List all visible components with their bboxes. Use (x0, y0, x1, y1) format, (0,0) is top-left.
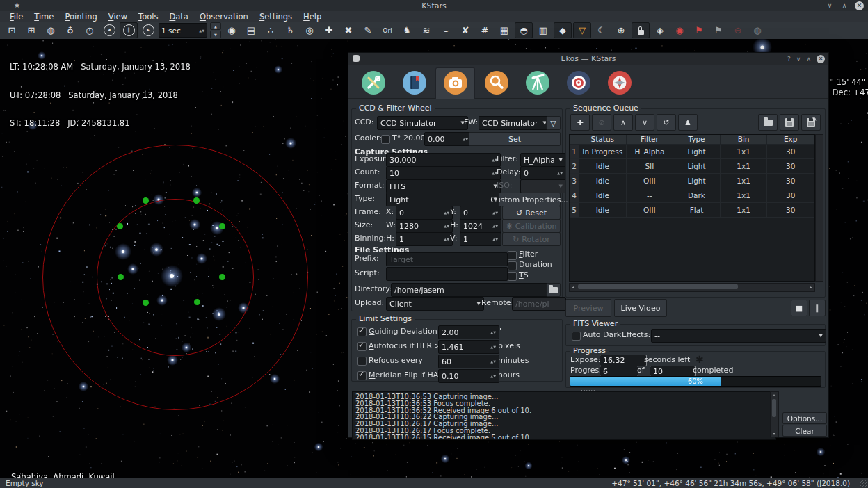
limit-spinbox-0[interactable]: 2.00▲▼ (438, 325, 499, 339)
sky-marker-dot[interactable] (193, 197, 200, 204)
sequence-job-row-4[interactable]: 4Idle--Dark1x130 (570, 188, 814, 203)
header-bin[interactable]: Bin (721, 135, 768, 145)
spin-arrows-icon[interactable]: ▲▼ (492, 238, 498, 241)
red-flag-icon[interactable]: ⚑ (690, 22, 708, 38)
show-solar-system-icon[interactable]: ♄ (281, 22, 299, 38)
show-equatorial-grid-icon[interactable]: # (476, 22, 494, 38)
moon-phase-icon[interactable]: ☾ (593, 22, 611, 38)
ekos-tab-align[interactable] (600, 67, 639, 99)
count-spinbox[interactable]: 10▲▼ (386, 166, 501, 180)
clear-button[interactable]: Clear (782, 425, 827, 437)
sequence-job-row-5[interactable]: 5IdleOIIIFlat1x130 (570, 203, 814, 218)
hscroll-thumb[interactable] (578, 284, 738, 289)
show-info-boxes-icon[interactable]: ▥ (534, 22, 552, 38)
limit-spinbox-2[interactable]: 60▲▼ (438, 355, 499, 368)
limit-checkbox-3[interactable] (357, 371, 367, 380)
effects-combo[interactable]: --▼ (651, 329, 826, 343)
add-job-button[interactable]: ✚ (570, 114, 590, 131)
limit-checkbox-1[interactable] (357, 342, 367, 351)
show-horizontal-grid-icon[interactable]: ▦ (495, 22, 513, 38)
observer-button[interactable]: ♟ (678, 114, 698, 131)
focus-object-icon[interactable]: ◉ (223, 22, 241, 38)
show-milky-way-icon[interactable]: ≋ (417, 22, 435, 38)
show-constellation-lines-icon[interactable]: ✎ (359, 22, 377, 38)
pause-simulation-icon[interactable]: ∥ (120, 22, 138, 38)
exposure-spinbox[interactable]: 30.000▲▼ (386, 153, 501, 167)
prefix-filter-checkbox[interactable] (508, 251, 517, 260)
cooler-checkbox[interactable] (381, 135, 390, 144)
ekos-tab-setup[interactable] (353, 67, 393, 99)
spin-arrows-icon[interactable]: ▲▼ (557, 172, 563, 174)
limit-spinbox-1[interactable]: 1.461▲▼ (438, 340, 499, 354)
target-temperature-spinbox[interactable]: 0.00▲▼ (424, 132, 472, 146)
pause-sequence-button[interactable]: ∥ (809, 300, 826, 316)
filter-combo[interactable]: H_Alpha▼ (520, 153, 566, 167)
ekos-tab-focus[interactable] (476, 67, 516, 99)
ekos-maximize-button[interactable]: ∧ (806, 56, 811, 63)
scroll-down-icon[interactable]: ▾ (771, 431, 778, 437)
prefix-ts-checkbox[interactable] (508, 272, 517, 281)
reset-frame-button[interactable]: ↺Reset (502, 206, 561, 220)
live-video-button[interactable]: Live Video (614, 299, 667, 317)
scroll-up-icon[interactable]: ▴ (771, 392, 778, 398)
sequence-hscrollbar[interactable]: ◂ ▸ (569, 283, 815, 292)
maximize-button[interactable]: ∧ (840, 2, 849, 9)
bin-h-spinbox[interactable]: 1▲▼ (396, 232, 453, 246)
size-w-spinbox[interactable]: 1280▲▼ (396, 219, 453, 233)
sequence-table[interactable]: StatusFilterTypeBinExp1In ProgressH_Alph… (569, 134, 815, 282)
menu-time[interactable]: Time (29, 12, 59, 22)
header-type[interactable]: Type (673, 135, 721, 145)
type-combo[interactable]: Light▼ (386, 193, 501, 206)
time-step-backward-icon[interactable]: ◂ (100, 22, 118, 38)
save-sequence-button[interactable] (780, 114, 799, 131)
gray-flag-icon[interactable]: ⚑ (709, 22, 728, 38)
sky-marker-dot[interactable] (194, 299, 200, 305)
show-horizon-icon[interactable]: ⌣ (437, 22, 455, 38)
ekos-tab-guide[interactable] (558, 67, 598, 99)
directory-input[interactable]: /home/jasem (391, 283, 549, 297)
size-h-spinbox[interactable]: 1024▲▼ (460, 219, 501, 233)
crosshair-icon[interactable]: ⊕ (612, 22, 630, 38)
spin-arrows-icon[interactable]: ▲▼ (199, 29, 204, 32)
open-sequence-button[interactable] (758, 114, 778, 131)
zoom-region-icon[interactable]: ⊞ (22, 22, 40, 38)
show-supernovae-icon[interactable]: ✚ (320, 22, 338, 38)
dslr-record-icon[interactable]: ◉ (670, 22, 689, 38)
spin-arrows-icon[interactable]: ▲▼ (444, 238, 449, 241)
menu-tools[interactable]: Tools (133, 12, 163, 22)
sequence-job-row-2[interactable]: 2IdleSIILight1x130 (570, 159, 814, 174)
spin-arrows-icon[interactable]: ▲▼ (492, 211, 498, 214)
set-time-icon[interactable]: ◷ (81, 22, 99, 38)
menu-pointing[interactable]: Pointing (59, 12, 102, 22)
filter-wheel-combo[interactable]: CCD Simulator▼ (479, 116, 550, 130)
menu-help[interactable]: Help (298, 12, 327, 22)
prefix-duration-checkbox[interactable] (508, 261, 517, 270)
ekos-minimize-button[interactable]: ∨ (796, 56, 801, 63)
log-vscrollbar[interactable]: ▴ ▾ (770, 391, 779, 437)
show-flags-icon[interactable]: ✘ (456, 22, 474, 38)
move-job-down-button[interactable]: ∨ (635, 114, 654, 131)
menu-file[interactable]: File (4, 12, 29, 22)
reset-jobs-button[interactable]: ↺ (657, 114, 676, 131)
ekos-tab-scheduler[interactable] (394, 67, 434, 99)
browse-directory-button[interactable] (546, 283, 561, 297)
spin-arrows-icon[interactable]: ▲▼ (463, 138, 468, 140)
upload-combo[interactable]: Client▼ (386, 297, 484, 311)
limit-checkbox-0[interactable] (357, 327, 367, 336)
spin-arrows-icon[interactable]: ▲▼ (444, 225, 449, 227)
custom-properties-button[interactable]: Custom Properties... (498, 193, 561, 206)
options-button[interactable]: Options... (782, 412, 827, 424)
display-fits-button[interactable]: ■ (791, 300, 807, 316)
sequence-vscrollbar[interactable] (815, 134, 823, 282)
sky-marker-dot[interactable] (118, 274, 124, 280)
limit-checkbox-2[interactable] (357, 357, 367, 366)
time-step-spinbox[interactable]: 1 sec▲▼ (159, 23, 207, 38)
scroll-right-icon[interactable]: ▸ (807, 284, 814, 290)
sky-marker-dot[interactable] (219, 274, 225, 280)
spin-arrows-icon[interactable]: ▲▼ (490, 345, 496, 348)
move-job-up-button[interactable]: ∧ (613, 114, 633, 131)
spin-arrows-icon[interactable]: ▲▼ (490, 331, 496, 334)
menu-data[interactable]: Data (163, 12, 193, 22)
script-input[interactable] (386, 267, 508, 281)
show-deep-sky-objects-icon[interactable]: ◎ (300, 22, 319, 38)
